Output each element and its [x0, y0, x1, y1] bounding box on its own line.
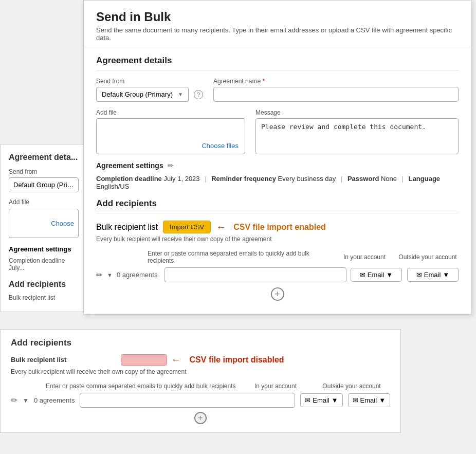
bg-deadline: Completion deadline July... — [9, 257, 79, 271]
send-from-label: Send from — [96, 78, 203, 85]
bg-send-from-select[interactable]: Default Group (Primary) — [9, 177, 79, 192]
bg-bottom-outside-label: Outside your account — [313, 383, 390, 390]
modal-email-label-in: Email — [368, 271, 385, 279]
send-from-name-row: Send from Default Group (Primary) ▼ ? Ag… — [96, 78, 459, 102]
bg-choose-files-text: Choose — [51, 220, 74, 227]
modal-chevron-icon[interactable]: ▼ — [107, 272, 113, 278]
bg-deadline-label: Completion deadline — [9, 257, 65, 264]
bg-settings-label: Agreement settings — [9, 245, 79, 253]
modal-account-buttons: ✉ Email ▼ ✉ Email ▼ — [351, 268, 459, 282]
bg-send-from-label: Send from — [9, 168, 79, 175]
bg-bottom-email-input[interactable] — [80, 393, 295, 408]
import-csv-enabled-button[interactable]: Import CSV — [163, 221, 211, 233]
bg-bottom-chevron-icon[interactable]: ▼ — [23, 397, 29, 404]
agreement-name-input[interactable] — [213, 87, 459, 102]
bg-bottom-email-label-out: Email — [360, 396, 377, 404]
bg-agreement-details-heading: Agreement deta... — [9, 153, 79, 162]
completion-deadline-key: Completion deadline — [96, 175, 162, 183]
bg-bottom-chevron-email-in: ▼ — [332, 396, 338, 404]
bg-bottom-every-copy: Every bulk recipient will receive their … — [11, 368, 390, 375]
modal-header: Send in Bulk Send the same document to m… — [84, 1, 471, 47]
sep1: | — [205, 175, 206, 183]
bg-bottom-add-recipients: Add recipients — [11, 338, 390, 348]
agreement-name-label-text: Agreement name — [213, 78, 261, 85]
bg-bottom-in-account-email-btn[interactable]: ✉ Email ▼ — [300, 393, 342, 407]
modal-email-input[interactable] — [164, 267, 346, 282]
modal-chevron-in-icon: ▼ — [386, 271, 393, 279]
send-from-select[interactable]: Default Group (Primary) ▼ — [96, 87, 189, 102]
background-bottom-section: Add recipients Bulk recipient list Impor… — [0, 329, 401, 433]
send-from-info-icon[interactable]: ? — [194, 90, 203, 99]
bg-bottom-envelope-in-icon: ✉ — [305, 396, 310, 404]
sep3: | — [402, 175, 404, 183]
message-textarea[interactable]: Please review and complete this document… — [255, 118, 459, 154]
modal-body: Agreement details Send from Default Grou… — [84, 47, 471, 309]
bg-bottom-in-account-label: In your account — [242, 383, 309, 390]
bg-bulk-recipient-row: Bulk recipient list Import CSV ← CSV fil… — [11, 353, 390, 366]
agreement-settings-details: Completion deadline July 1, 2023 | Remin… — [96, 175, 459, 190]
csv-disabled-label: CSV file import disabled — [190, 355, 284, 365]
bg-bottom-plus-btn[interactable]: + — [194, 412, 207, 424]
bg-bottom-chevron-email-out: ▼ — [379, 396, 386, 404]
modal-outside-email-btn[interactable]: ✉ Email ▼ — [407, 268, 459, 282]
agreement-settings-row: Agreement settings ✏ — [96, 161, 459, 170]
password-value: None — [381, 175, 397, 183]
agreement-settings-edit-icon[interactable]: ✏ — [168, 161, 174, 170]
bg-bottom-pen-icon[interactable]: ✏ — [11, 395, 17, 405]
modal-add-recipient-btn[interactable]: + — [271, 287, 284, 301]
bulk-recipient-list-label: Bulk recipient list — [96, 223, 158, 232]
bg-bottom-email-label-in: Email — [313, 396, 329, 404]
modal-envelope-out-icon: ✉ — [416, 271, 422, 279]
csv-enabled-label: CSV file import enabled — [233, 223, 326, 232]
bg-deadline-value: July... — [9, 264, 24, 271]
agreement-details-title: Agreement details — [96, 56, 459, 70]
add-recipients-section: Add recipients Bulk recipient list Impor… — [96, 198, 459, 301]
email-hint-text: Enter or paste comma separated emails to… — [148, 250, 332, 264]
send-from-value: Default Group (Primary) — [102, 90, 175, 98]
bg-bottom-in-account-section: ✉ Email ▼ — [300, 393, 342, 407]
every-copy-text: Every bulk recipient will receive their … — [96, 235, 459, 243]
bg-bottom-agreements-count: 0 agreements — [34, 396, 75, 404]
bg-choose-area: Choose — [9, 209, 79, 238]
password-key: Password — [347, 175, 379, 183]
modal-pen-icon[interactable]: ✏ — [96, 270, 103, 280]
file-message-row: Add file Choose files Message Please rev… — [96, 109, 459, 154]
in-your-account-col-label: In your account — [336, 253, 393, 261]
choose-files-button[interactable]: Choose files — [202, 142, 239, 150]
reminder-freq-key: Reminder frequency — [211, 175, 276, 183]
modal-agreements-count: 0 agreements — [117, 271, 160, 279]
modal-subtitle: Send the same document to many recipient… — [96, 26, 459, 42]
bg-add-recipients-heading: Add recipients — [9, 280, 79, 289]
modal-plus-row: + — [96, 287, 459, 301]
agreement-settings-title: Agreement settings — [96, 161, 163, 170]
send-in-bulk-modal: Send in Bulk Send the same document to m… — [83, 0, 471, 315]
send-from-label-text: Send from — [96, 78, 124, 85]
csv-disabled-arrow-icon: ← — [171, 354, 181, 366]
add-recipients-title: Add recipients — [96, 198, 459, 213]
background-panel: Agreement deta... Send from Default Grou… — [0, 144, 87, 312]
bg-bottom-outside-section: ✉ Email ▼ — [348, 393, 390, 407]
bulk-recipient-list-row: Bulk recipient list Import CSV ← CSV fil… — [96, 221, 459, 233]
modal-email-label-out: Email — [424, 271, 441, 279]
bg-bottom-outside-email-btn[interactable]: ✉ Email ▼ — [348, 393, 390, 407]
modal-chevron-out-icon: ▼ — [443, 271, 449, 279]
agreement-name-group: Agreement name * — [213, 78, 459, 102]
bg-bottom-recipient-row: ✏ ▼ 0 agreements ✉ Email ▼ ✉ Email ▼ — [11, 393, 390, 408]
add-file-area: Choose files — [96, 118, 245, 154]
csv-arrow-icon: ← — [216, 221, 226, 233]
outside-col-label: Outside your account — [397, 253, 459, 261]
bg-bottom-envelope-out-icon: ✉ — [353, 396, 358, 404]
modal-in-account-email-btn[interactable]: ✉ Email ▼ — [351, 268, 402, 282]
reminder-freq-value: Every business day — [278, 175, 336, 183]
bg-bottom-email-hint: Enter or paste comma separated emails to… — [46, 383, 238, 390]
completion-deadline-value: July 1, 2023 — [163, 175, 199, 183]
sep2: | — [341, 175, 342, 183]
agreement-name-label: Agreement name * — [213, 78, 459, 85]
import-csv-disabled-placeholder — [121, 354, 167, 366]
bg-bulk-label: Bulk recipient list — [9, 294, 79, 301]
language-key: Language — [409, 175, 440, 183]
message-group: Message Please review and complete this … — [255, 109, 459, 154]
bg-bottom-bulk-label: Bulk recipient list — [11, 356, 66, 364]
modal-envelope-in-icon: ✉ — [360, 271, 365, 279]
add-file-group: Add file Choose files — [96, 109, 245, 154]
